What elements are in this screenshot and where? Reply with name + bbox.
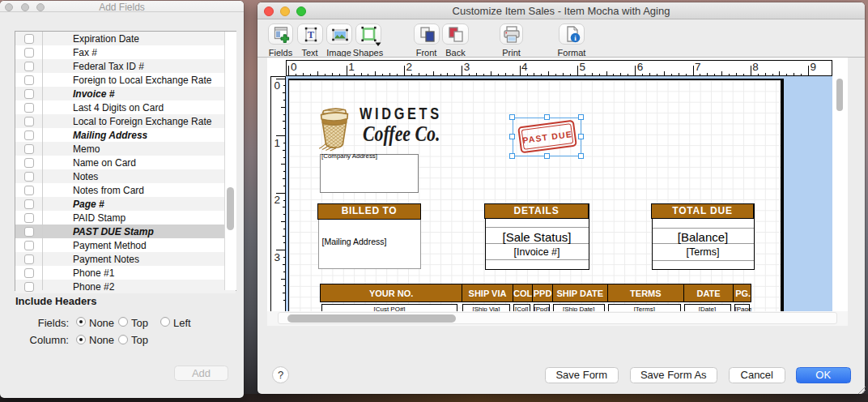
svg-text:T: T xyxy=(307,29,314,41)
